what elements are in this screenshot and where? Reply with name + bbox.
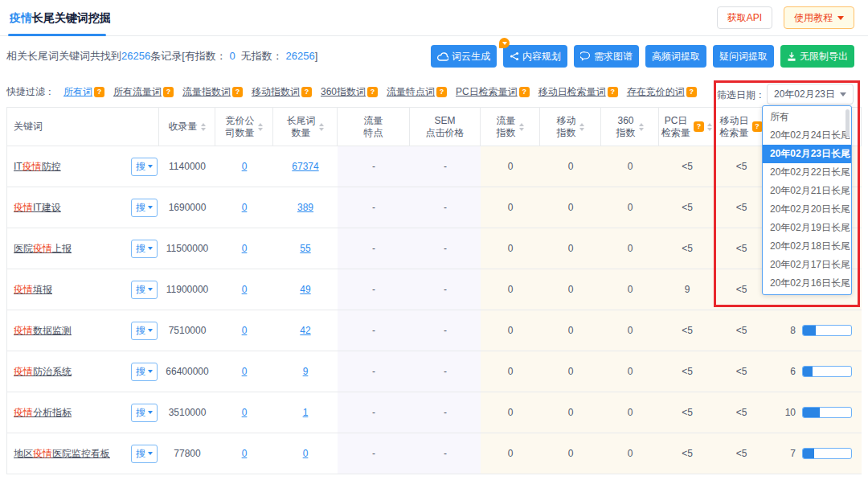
help-icon[interactable]: ? bbox=[752, 121, 763, 132]
traffic-feature-cell: - bbox=[338, 433, 410, 474]
filter-link[interactable]: 移动指数词 bbox=[252, 85, 300, 99]
filter-link[interactable]: 流量指数词 bbox=[182, 85, 231, 99]
tab-title-highlight: 疫情 bbox=[10, 11, 32, 24]
chevron-down-icon bbox=[148, 452, 153, 455]
filter-link[interactable]: 360指数词 bbox=[321, 85, 366, 99]
export-button[interactable]: 无限制导出 bbox=[780, 45, 854, 68]
filter-link[interactable]: 存在竞价的词 bbox=[627, 85, 685, 99]
bid-company-count-link[interactable]: 0 bbox=[242, 284, 248, 295]
search-keyword-button[interactable]: 搜 bbox=[131, 404, 158, 422]
index360-cell: 0 bbox=[601, 146, 659, 187]
search-keyword-button[interactable]: 搜 bbox=[131, 158, 158, 176]
search-keyword-button[interactable]: 搜 bbox=[131, 281, 158, 299]
longtail-count-link[interactable]: 42 bbox=[300, 325, 310, 336]
help-icon[interactable]: ? bbox=[301, 87, 312, 97]
dropdown-option[interactable]: 20年02月16日长尾 bbox=[763, 274, 851, 293]
tab-epidemic-longtail-keywords[interactable]: 疫情长尾关键词挖掘 bbox=[10, 11, 111, 26]
pc-daily-search-cell: <5 bbox=[659, 228, 715, 269]
dropdown-option[interactable]: 20年02月21日长尾 bbox=[763, 182, 851, 200]
dropdown-scrollbar[interactable] bbox=[845, 109, 850, 137]
longtail-count-link[interactable]: 67374 bbox=[292, 161, 318, 172]
included-count-cell: 7510000 bbox=[159, 310, 215, 351]
highfreq-extract-button[interactable]: 高频词提取 bbox=[645, 45, 706, 68]
help-icon[interactable]: ? bbox=[94, 87, 104, 97]
flow-index-cell: 0 bbox=[481, 351, 540, 392]
content-plan-button[interactable]: 内容规划 bbox=[503, 45, 567, 68]
sort-icon[interactable] bbox=[707, 123, 712, 131]
dropdown-option[interactable]: 20年02月19日长尾 bbox=[763, 219, 851, 237]
get-api-button[interactable]: 获取API bbox=[717, 6, 772, 29]
longtail-count-link[interactable]: 55 bbox=[300, 243, 310, 254]
sort-icon[interactable] bbox=[319, 123, 324, 131]
flow-index-cell: 0 bbox=[481, 146, 540, 187]
keyword-link[interactable]: 疫情填报 bbox=[14, 283, 52, 297]
search-keyword-button[interactable]: 搜 bbox=[131, 445, 158, 463]
quick-filter-label: 快捷过滤： bbox=[6, 85, 55, 99]
pc-daily-search-cell: <5 bbox=[659, 433, 715, 474]
demand-map-button[interactable]: 需求图谱 bbox=[574, 45, 639, 68]
help-icon[interactable]: ? bbox=[686, 87, 697, 97]
keyword-link[interactable]: 疫情IT建设 bbox=[14, 201, 61, 215]
help-icon[interactable]: ? bbox=[608, 87, 618, 97]
search-keyword-button[interactable]: 搜 bbox=[131, 363, 158, 381]
help-icon[interactable]: ? bbox=[519, 87, 530, 97]
tutorial-button[interactable]: 使用教程 bbox=[784, 6, 854, 29]
dropdown-option[interactable]: 20年02月18日长尾 bbox=[763, 237, 851, 256]
help-icon[interactable]: ? bbox=[163, 87, 174, 97]
dropdown-option[interactable]: 所有 bbox=[763, 108, 851, 126]
result-summary: 相关长尾词关键词共找到26256条记录[有指数： 0 无指数： 26256] bbox=[6, 49, 317, 64]
mobile-index-cell: 0 bbox=[540, 433, 601, 474]
dropdown-option[interactable]: 20年02月17日长尾 bbox=[763, 256, 851, 274]
mobile-index-cell: 0 bbox=[540, 269, 601, 310]
score-value: 7 bbox=[790, 448, 796, 459]
sort-icon[interactable] bbox=[201, 123, 206, 131]
dropdown-option[interactable]: 20年02月23日长尾 bbox=[763, 145, 851, 163]
help-icon[interactable]: ? bbox=[436, 87, 447, 97]
dropdown-option[interactable]: 20年02月22日长尾 bbox=[763, 163, 851, 182]
sort-icon[interactable] bbox=[258, 123, 263, 131]
longtail-count-link[interactable]: 49 bbox=[300, 284, 310, 295]
search-keyword-button[interactable]: 搜 bbox=[131, 322, 158, 340]
wordcloud-button[interactable]: 词云生成 bbox=[431, 45, 497, 68]
sort-icon[interactable] bbox=[579, 123, 584, 131]
keyword-link[interactable]: 疫情防治系统 bbox=[14, 365, 72, 379]
help-icon[interactable]: ? bbox=[367, 87, 378, 97]
longtail-count-link[interactable]: 389 bbox=[297, 202, 313, 213]
bid-company-count-link[interactable]: 0 bbox=[242, 161, 248, 172]
dropdown-option[interactable]: 20年02月24日长尾 bbox=[763, 126, 851, 145]
bubble-icon bbox=[580, 51, 591, 61]
question-extract-button[interactable]: 疑问词提取 bbox=[713, 45, 774, 68]
score-value: 8 bbox=[790, 325, 796, 336]
keyword-link[interactable]: 地区疫情医院监控看板 bbox=[14, 447, 110, 461]
keyword-link[interactable]: IT疫情防控 bbox=[14, 160, 61, 174]
filter-link[interactable]: 所有词 bbox=[63, 85, 92, 99]
bid-company-count-link[interactable]: 0 bbox=[242, 407, 248, 418]
bid-company-count-link[interactable]: 0 bbox=[242, 202, 248, 213]
longtail-count-link[interactable]: 0 bbox=[303, 448, 309, 459]
dropdown-option[interactable]: 20年02月20日长尾 bbox=[763, 200, 851, 219]
pc-daily-search-cell: <5 bbox=[659, 392, 715, 433]
sort-icon[interactable] bbox=[519, 123, 524, 131]
keyword-link[interactable]: 疫情数据监测 bbox=[14, 324, 72, 338]
filter-link[interactable]: 流量特点词 bbox=[387, 85, 435, 99]
keyword-link[interactable]: 医院疫情上报 bbox=[14, 242, 72, 256]
help-icon[interactable]: ? bbox=[232, 87, 243, 97]
bid-company-count-link[interactable]: 0 bbox=[242, 366, 248, 377]
search-keyword-button[interactable]: 搜 bbox=[131, 240, 158, 258]
help-icon[interactable]: ? bbox=[694, 121, 704, 132]
filter-link[interactable]: 所有流量词 bbox=[113, 85, 162, 99]
bid-company-count-link[interactable]: 0 bbox=[242, 325, 248, 336]
bid-company-count-link[interactable]: 0 bbox=[242, 448, 248, 459]
active-tab-underline bbox=[8, 34, 106, 36]
longtail-count-link[interactable]: 1 bbox=[303, 407, 309, 418]
keyword-link[interactable]: 疫情分析指标 bbox=[14, 406, 72, 420]
date-select[interactable]: 20年02月23日 bbox=[767, 84, 854, 105]
bid-company-count-link[interactable]: 0 bbox=[242, 243, 248, 254]
mobile-index-cell: 0 bbox=[540, 310, 601, 351]
search-keyword-button[interactable]: 搜 bbox=[131, 199, 158, 217]
filter-link[interactable]: PC日检索量词 bbox=[456, 85, 518, 99]
column-header: 关键词 bbox=[7, 108, 159, 146]
sort-icon[interactable] bbox=[639, 123, 644, 131]
filter-link[interactable]: 移动日检索量词 bbox=[538, 85, 606, 99]
longtail-count-link[interactable]: 9 bbox=[303, 366, 309, 377]
